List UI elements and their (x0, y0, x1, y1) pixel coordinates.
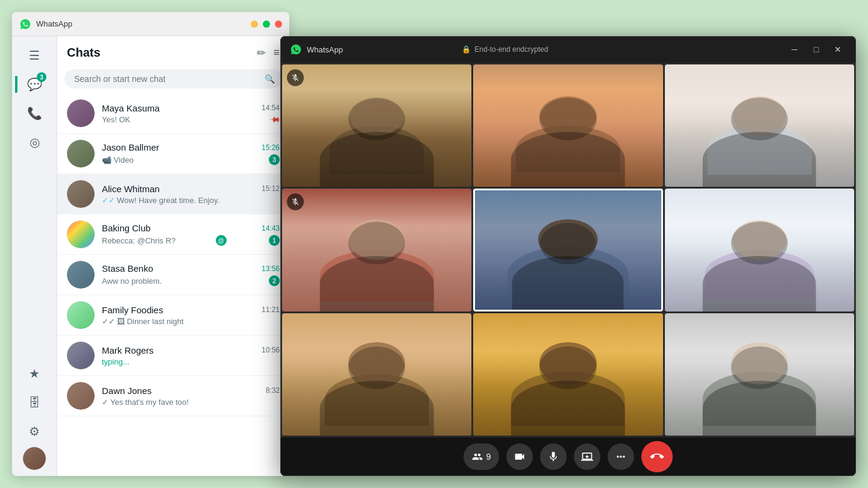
main-window-title: WhatsApp (36, 19, 72, 28)
maximize-button[interactable]: □ (263, 20, 270, 28)
chats-title: Chats (67, 46, 257, 60)
my-profile-avatar[interactable] (23, 447, 46, 470)
video-controls: 9 (280, 437, 856, 476)
chat-name-row: Jason Ballmer 15:26 (102, 142, 280, 152)
chat-preview: ✓ Yes that's my fave too! (102, 398, 189, 407)
video-cell-3 (665, 64, 854, 187)
chat-item-baking[interactable]: Baking Club 14:43 Rebecca: @Chris R? @ 1 (57, 214, 289, 255)
chat-info-maya: Maya Kasuma 14:54 Yes! OK 📌 (102, 103, 280, 124)
end-call-icon (648, 447, 667, 466)
chat-time: 13:56 (262, 264, 280, 273)
chat-item-jason[interactable]: Jason Ballmer 15:26 📹 Video 3 (57, 134, 289, 174)
chat-info-dawn: Dawn Jones 8:32 ✓ Yes that's my fave too… (102, 386, 280, 407)
video-feed-5 (475, 190, 661, 309)
chat-preview-row: ✓✓ Wow! Have great time. Enjoy. (102, 196, 280, 205)
chat-preview-row: Rebecca: @Chris R? @ 1 (102, 235, 280, 246)
sidebar: ☰ 💬 3 📞 ◎ ★ 🗄 ⚙ (12, 36, 57, 476)
chat-info-baking: Baking Club 14:43 Rebecca: @Chris R? @ 1 (102, 223, 280, 246)
chat-item-mark[interactable]: Mark Rogers 10:56 typing... (57, 336, 289, 376)
mic-icon (547, 451, 559, 463)
video-cell-8 (473, 313, 662, 436)
new-chat-button[interactable]: ✏ (257, 46, 266, 60)
unread-badge: 1 (269, 235, 280, 246)
chat-preview: ✓✓ Wow! Have great time. Enjoy. (102, 196, 219, 205)
video-cell-7 (282, 313, 471, 436)
avatar-jason (67, 140, 95, 167)
encryption-label: 🔒 End-to-end endcrypted (462, 45, 548, 54)
chat-header-icons: ✏ ≡ (257, 46, 280, 60)
more-icon (615, 451, 627, 463)
more-options-button[interactable] (608, 443, 634, 470)
chat-name-row: Stasa Benko 13:56 (102, 263, 280, 274)
share-screen-button[interactable] (574, 443, 600, 470)
chat-preview-row: 📹 Video 3 (102, 154, 280, 165)
video-minimize-button[interactable]: ─ (786, 41, 803, 58)
chat-item-family[interactable]: Family Foodies 11:21 ✓✓ 🖼 Dinner last ni… (57, 295, 289, 336)
chat-name: Jason Ballmer (102, 142, 159, 152)
video-maximize-button[interactable]: □ (808, 41, 825, 58)
video-whatsapp-logo (290, 43, 302, 55)
filter-button[interactable]: ≡ (273, 46, 280, 60)
video-feed-3 (665, 64, 854, 187)
chat-preview-row: ✓✓ 🖼 Dinner last night (102, 317, 280, 326)
search-input[interactable] (64, 69, 282, 89)
chat-preview: Rebecca: @Chris R? (102, 236, 175, 245)
avatar-family (67, 301, 95, 329)
video-cell-1 (282, 64, 471, 187)
video-feed-4 (282, 189, 471, 311)
chat-item-alice[interactable]: Alice Whitman 15:12 ✓✓ Wow! Have great t… (57, 174, 289, 214)
mute-indicator-1 (287, 69, 304, 86)
video-cell-2 (473, 64, 662, 187)
sidebar-archived-icon[interactable]: 🗄 (21, 389, 48, 416)
sidebar-status-icon[interactable]: ◎ (21, 129, 48, 155)
sidebar-calls-icon[interactable]: 📞 (21, 100, 48, 127)
chat-time: 10:56 (262, 346, 280, 354)
video-titlebar: WhatsApp 🔒 End-to-end endcrypted ─ □ ✕ (280, 36, 856, 63)
chat-info-stasa: Stasa Benko 13:56 Aww no problem. 2 (102, 263, 280, 286)
mic-toggle-button[interactable] (540, 443, 567, 470)
video-toggle-button[interactable] (506, 443, 533, 470)
chat-info-alice: Alice Whitman 15:12 ✓✓ Wow! Have great t… (102, 184, 280, 205)
chat-item-stasa[interactable]: Stasa Benko 13:56 Aww no problem. 2 (57, 255, 289, 295)
unread-badge: 2 (269, 275, 280, 286)
participants-icon (472, 451, 483, 462)
video-window-controls: ─ □ ✕ (786, 41, 846, 58)
video-feed-1 (282, 64, 471, 187)
sidebar-settings-icon[interactable]: ⚙ (21, 418, 48, 445)
main-titlebar: WhatsApp ─ □ ✕ (12, 12, 289, 36)
chat-time: 14:43 (262, 224, 280, 233)
sidebar-menu-icon[interactable]: ☰ (21, 42, 48, 69)
sidebar-starred-icon[interactable]: ★ (21, 360, 48, 387)
end-call-button[interactable] (641, 441, 673, 472)
chat-name-row: Baking Club 14:43 (102, 223, 280, 233)
sidebar-chats-icon[interactable]: 💬 3 (21, 71, 48, 98)
search-bar: 🔍 (64, 69, 282, 89)
avatar-alice (67, 180, 95, 208)
chat-name-row: Maya Kasuma 14:54 (102, 103, 280, 113)
video-grid (280, 63, 856, 437)
video-cell-5 (473, 189, 662, 311)
chat-time: 14:54 (262, 104, 280, 112)
chat-time: 11:21 (262, 305, 280, 314)
chat-item-maya[interactable]: Maya Kasuma 14:54 Yes! OK 📌 (57, 93, 289, 134)
participants-button[interactable]: 9 (464, 443, 500, 470)
avatar-baking (67, 221, 95, 248)
chat-preview: 📹 Video (102, 155, 134, 164)
chat-list: Maya Kasuma 14:54 Yes! OK 📌 Jason Ball (57, 93, 289, 476)
whatsapp-logo-icon (19, 18, 31, 30)
chat-item-dawn[interactable]: Dawn Jones 8:32 ✓ Yes that's my fave too… (57, 376, 289, 416)
video-feed-2 (473, 64, 662, 187)
video-cell-9 (665, 313, 854, 436)
chat-preview: Yes! OK (102, 115, 130, 124)
chat-preview: ✓✓ 🖼 Dinner last night (102, 317, 184, 326)
chat-panel: Chats ✏ ≡ 🔍 Maya Kasuma 14:54 (57, 36, 289, 476)
video-close-button[interactable]: ✕ (829, 41, 846, 58)
avatar-maya (67, 99, 95, 127)
chat-header: Chats ✏ ≡ (57, 36, 289, 64)
close-button[interactable]: ✕ (275, 20, 282, 28)
minimize-button[interactable]: ─ (251, 20, 258, 28)
video-feed-8 (473, 313, 662, 436)
chat-preview-row: Aww no problem. 2 (102, 275, 280, 286)
chat-name-row: Dawn Jones 8:32 (102, 386, 280, 396)
video-window-title: WhatsApp (307, 45, 343, 54)
